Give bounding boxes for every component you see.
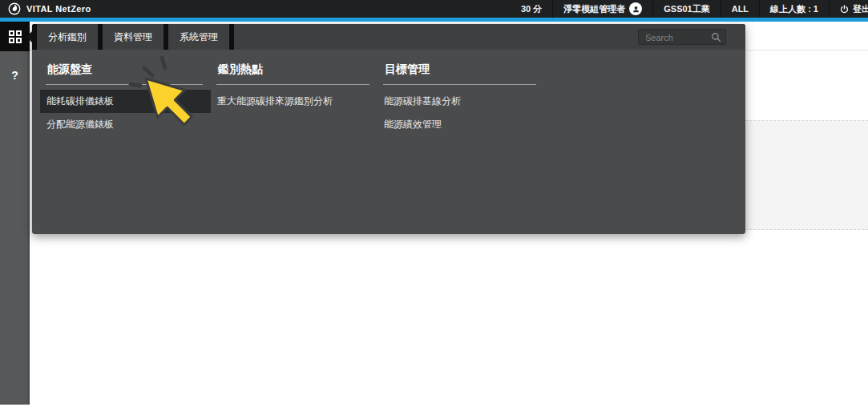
top-bar-right: 30 分 淨零模組管理者 GSS01工業 ALL 線上人數 : 1 登出 bbox=[511, 0, 868, 18]
user-menu[interactable]: 淨零模組管理者 bbox=[552, 0, 652, 18]
logout-button[interactable]: 登出 bbox=[829, 0, 868, 18]
tab-label: 系統管理 bbox=[180, 30, 218, 44]
help-button[interactable]: ? bbox=[0, 69, 30, 82]
brand: VITAL NetZero bbox=[0, 2, 91, 15]
menu-group-title: 鑑別熱點 bbox=[216, 61, 369, 85]
menu-group-items: 能耗碳排儀錶板 分配能源儀錶板 bbox=[46, 90, 203, 136]
menu-group-items: 重大能源碳排來源鑑別分析 bbox=[216, 90, 369, 113]
app-root: { "topbar": { "brand": "VITAL NetZero", … bbox=[0, 0, 868, 411]
user-avatar-icon[interactable] bbox=[629, 2, 642, 15]
menu-body: 能源盤查 能耗碳排儀錶板 分配能源儀錶板 鑑別熱點 重大能源碳排來源鑑別分析 目… bbox=[32, 50, 745, 234]
menu-search bbox=[638, 29, 726, 45]
panel-notch bbox=[26, 31, 32, 42]
apps-menu-button[interactable] bbox=[0, 22, 30, 51]
menu-group-title: 目標管理 bbox=[383, 61, 536, 85]
menu-item-baseline-analysis[interactable]: 能源碳排基線分析 bbox=[377, 90, 544, 113]
brand-name: VITAL NetZero bbox=[26, 4, 91, 14]
menu-item-energy-carbon-dashboard[interactable]: 能耗碳排儀錶板 bbox=[40, 90, 211, 113]
tab-system-management[interactable]: 系統管理 bbox=[164, 24, 229, 50]
org-selector[interactable]: GSS01工業 bbox=[652, 0, 720, 18]
menu-group-title: 能源盤查 bbox=[46, 61, 203, 85]
menu-group-target-management: 目標管理 能源碳排基線分析 能源績效管理 bbox=[383, 61, 536, 136]
sidebar: ? bbox=[0, 22, 30, 405]
power-icon bbox=[840, 5, 849, 14]
menu-group-items: 能源碳排基線分析 能源績效管理 bbox=[383, 90, 536, 136]
tab-data-management[interactable]: 資料管理 bbox=[98, 24, 164, 50]
user-role-label: 淨零模組管理者 bbox=[563, 3, 625, 15]
tab-label: 分析鑑別 bbox=[48, 30, 87, 44]
menu-tab-bar: 分析鑑別 資料管理 系統管理 bbox=[32, 24, 745, 50]
mega-menu-panel: 分析鑑別 資料管理 系統管理 能源盤查 能耗碳排儀錶板 分配能源儀錶板 bbox=[32, 24, 745, 234]
session-timer: 30 分 bbox=[511, 0, 552, 18]
tab-analysis-identify[interactable]: 分析鑑別 bbox=[32, 24, 98, 50]
menu-group-hotspot-identification: 鑑別熱點 重大能源碳排來源鑑別分析 bbox=[216, 61, 369, 113]
menu-item-allocated-energy-dashboard[interactable]: 分配能源儀錶板 bbox=[40, 113, 211, 136]
search-icon bbox=[711, 32, 721, 42]
menu-item-performance-management[interactable]: 能源績效管理 bbox=[377, 113, 544, 136]
brand-logo-icon bbox=[8, 2, 21, 15]
scope-selector[interactable]: ALL bbox=[721, 0, 759, 18]
logout-label: 登出 bbox=[853, 3, 868, 15]
top-bar: VITAL NetZero 30 分 淨零模組管理者 GSS01工業 ALL 線… bbox=[0, 0, 868, 18]
accent-bar bbox=[0, 18, 868, 22]
online-count: 線上人數 : 1 bbox=[759, 0, 829, 18]
tab-label: 資料管理 bbox=[114, 30, 152, 44]
apps-grid-icon bbox=[9, 30, 22, 43]
tab-bar-filler bbox=[229, 24, 745, 50]
menu-item-major-source-analysis[interactable]: 重大能源碳排來源鑑別分析 bbox=[211, 90, 377, 113]
menu-group-energy-inventory: 能源盤查 能耗碳排儀錶板 分配能源儀錶板 bbox=[46, 61, 203, 136]
